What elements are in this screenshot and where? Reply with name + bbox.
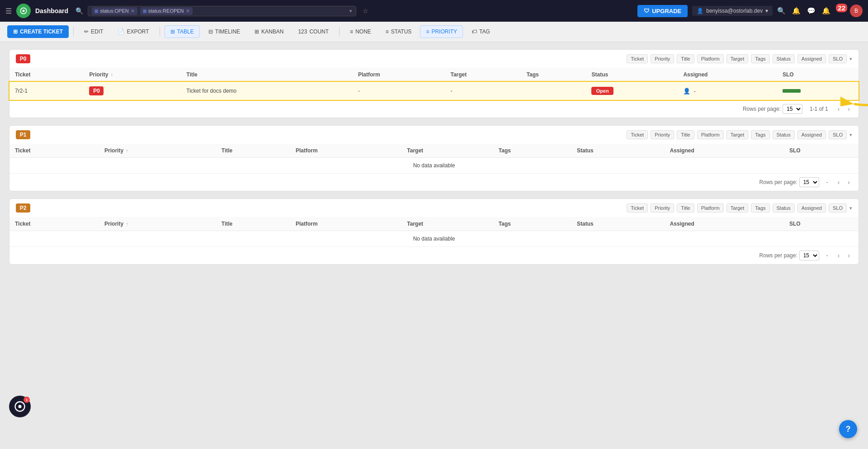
- user-avatar[interactable]: B: [850, 5, 863, 17]
- p2-next-page-button[interactable]: ›: [845, 251, 852, 260]
- prev-page-button[interactable]: ‹: [835, 104, 842, 113]
- p1-col-chip-ticket[interactable]: Ticket: [627, 130, 648, 139]
- upgrade-label: UPGRADE: [652, 8, 681, 14]
- count-view-button[interactable]: 123 COUNT: [292, 25, 335, 38]
- search-nav-icon[interactable]: 🔍: [777, 7, 786, 15]
- p1-col-chip-slo[interactable]: SLO: [829, 130, 847, 139]
- col-chip-tags[interactable]: Tags: [751, 54, 769, 63]
- table-icon: ⊞: [170, 28, 175, 35]
- create-ticket-button[interactable]: ⊞ CREATE TICKET: [7, 25, 69, 38]
- star-icon[interactable]: ☆: [363, 7, 368, 14]
- cell-priority: P0: [84, 82, 181, 100]
- col-chip-target[interactable]: Target: [726, 54, 749, 63]
- p1-col-chip-tags[interactable]: Tags: [751, 130, 769, 139]
- timeline-label: TIMELINE: [215, 28, 240, 35]
- p1-col-chip-status[interactable]: Status: [773, 130, 795, 139]
- col-header-tags: Tags: [521, 68, 586, 82]
- column-selector-arrow[interactable]: ▾: [849, 56, 852, 62]
- p2-col-chip-assigned[interactable]: Assigned: [797, 203, 826, 213]
- none-label: NONE: [355, 28, 371, 35]
- export-button[interactable]: 📄 EXPORT: [112, 25, 155, 38]
- p1-col-chip-assigned[interactable]: Assigned: [797, 130, 826, 139]
- p2-prev-page-button[interactable]: ‹: [835, 251, 842, 260]
- p2-col-chip-tags[interactable]: Tags: [751, 203, 769, 213]
- tag-group-button[interactable]: 🏷 TAG: [466, 25, 496, 38]
- p1-prev-page-button[interactable]: ‹: [835, 178, 842, 187]
- rows-per-page-select[interactable]: 15 25 50: [783, 104, 802, 114]
- assign-icon: 👤: [683, 88, 690, 95]
- col-chip-platform[interactable]: Platform: [697, 54, 724, 63]
- priority-group-button[interactable]: ≡ PRIORITY: [420, 25, 463, 38]
- count-icon: 123: [298, 28, 307, 35]
- p1-section-header: P1 Ticket Priority Title Platform Target…: [9, 126, 859, 144]
- p2-col-chip-status[interactable]: Status: [773, 203, 795, 213]
- search-icon[interactable]: 🔍: [75, 7, 83, 14]
- filter-chip-icon: ⊞: [94, 9, 98, 14]
- p0-column-selector: Ticket Priority Title Platform Target Ta…: [627, 54, 852, 63]
- notification-icon[interactable]: 🔔 22: [822, 7, 844, 15]
- p1-col-header-priority[interactable]: Priority ↑: [99, 144, 216, 158]
- user-menu[interactable]: 👤 benyissa@ostorlab.dev ▾: [692, 6, 773, 16]
- timeline-view-button[interactable]: ⊟ TIMELINE: [203, 25, 246, 38]
- p1-no-data-row: No data available: [9, 158, 859, 174]
- priority-label: PRIORITY: [431, 28, 457, 35]
- p1-col-chip-target[interactable]: Target: [726, 130, 749, 139]
- p1-col-chip-priority[interactable]: Priority: [651, 130, 674, 139]
- status-label: STATUS: [391, 28, 412, 35]
- none-group-button[interactable]: ≡ NONE: [344, 25, 377, 38]
- next-page-button[interactable]: ›: [845, 104, 852, 113]
- col-chip-slo[interactable]: SLO: [829, 54, 847, 63]
- col-chip-title[interactable]: Title: [677, 54, 694, 63]
- p1-col-chip-title[interactable]: Title: [677, 130, 694, 139]
- col-chip-priority[interactable]: Priority: [651, 54, 674, 63]
- bell-icon[interactable]: 🔔: [792, 7, 801, 15]
- filter-chip-close[interactable]: ✕: [131, 8, 135, 14]
- p1-col-header-slo: SLO: [784, 144, 859, 158]
- p1-pagination: Rows per page: 15 25 50 - ‹ ›: [9, 173, 859, 191]
- hamburger-menu-icon[interactable]: ☰: [5, 7, 12, 15]
- p2-rows-per-page-select[interactable]: 15 25 50: [799, 250, 819, 260]
- filter-chip-reopen[interactable]: ⊞ status:REOPEN ✕: [140, 7, 193, 15]
- upgrade-button[interactable]: 🛡 UPGRADE: [637, 5, 688, 17]
- filter-chip-open[interactable]: ⊞ status:OPEN ✕: [92, 7, 137, 15]
- p2-col-chip-title[interactable]: Title: [677, 203, 694, 213]
- p0-table-header-row: Ticket Priority ↑ Title Platform Target …: [9, 68, 859, 82]
- p2-col-header-assigned: Assigned: [665, 217, 784, 231]
- table-view-button[interactable]: ⊞ TABLE: [165, 25, 200, 38]
- p2-col-header-platform: Platform: [290, 217, 401, 231]
- p1-column-selector-arrow[interactable]: ▾: [849, 132, 852, 138]
- p1-next-page-button[interactable]: ›: [845, 178, 852, 187]
- p2-col-chip-target[interactable]: Target: [726, 203, 749, 213]
- none-icon: ≡: [350, 28, 353, 35]
- rows-per-page: Rows per page: 15 25 50: [743, 104, 802, 114]
- filter-chip-reopen-close[interactable]: ✕: [186, 8, 190, 14]
- col-chip-assigned[interactable]: Assigned: [797, 54, 826, 63]
- p2-column-selector: Ticket Priority Title Platform Target Ta…: [627, 203, 852, 213]
- col-header-priority[interactable]: Priority ↑: [84, 68, 181, 82]
- kanban-view-button[interactable]: ⊞ KANBAN: [249, 25, 289, 38]
- p2-col-chip-ticket[interactable]: Ticket: [627, 203, 648, 213]
- p1-table-header-row: Ticket Priority ↑ Title Platform Target …: [9, 144, 859, 158]
- p2-col-header-priority[interactable]: Priority ↑: [99, 217, 216, 231]
- p1-rows-per-page: Rows per page: 15 25 50: [760, 177, 819, 187]
- col-chip-ticket[interactable]: Ticket: [627, 54, 648, 63]
- col-chip-status[interactable]: Status: [773, 54, 795, 63]
- status-group-button[interactable]: ≡ STATUS: [380, 25, 418, 38]
- p2-badge: P2: [16, 203, 30, 213]
- create-ticket-icon: ⊞: [13, 28, 18, 35]
- cell-slo: [777, 82, 859, 100]
- filter-dropdown-arrow[interactable]: ▾: [349, 8, 352, 14]
- p0-pagination: Rows per page: 15 25 50 1-1 of 1 ‹ ›: [9, 100, 859, 118]
- table-row[interactable]: 7r2-1 P0 Ticket for docs demo - - Open 👤…: [9, 82, 859, 100]
- p1-col-chip-platform[interactable]: Platform: [697, 130, 724, 139]
- p2-col-chip-slo[interactable]: SLO: [829, 203, 847, 213]
- p1-rows-per-page-select[interactable]: 15 25 50: [799, 177, 819, 187]
- p2-col-chip-platform[interactable]: Platform: [697, 203, 724, 213]
- p1-col-header-title: Title: [216, 144, 290, 158]
- p2-col-chip-priority[interactable]: Priority: [651, 203, 674, 213]
- edit-button[interactable]: ✏ EDIT: [78, 25, 109, 38]
- p2-column-selector-arrow[interactable]: ▾: [849, 205, 852, 211]
- message-icon[interactable]: 💬: [807, 7, 816, 15]
- filter-chip-label: status:OPEN: [100, 8, 129, 14]
- p2-section-header: P2 Ticket Priority Title Platform Target…: [9, 199, 859, 217]
